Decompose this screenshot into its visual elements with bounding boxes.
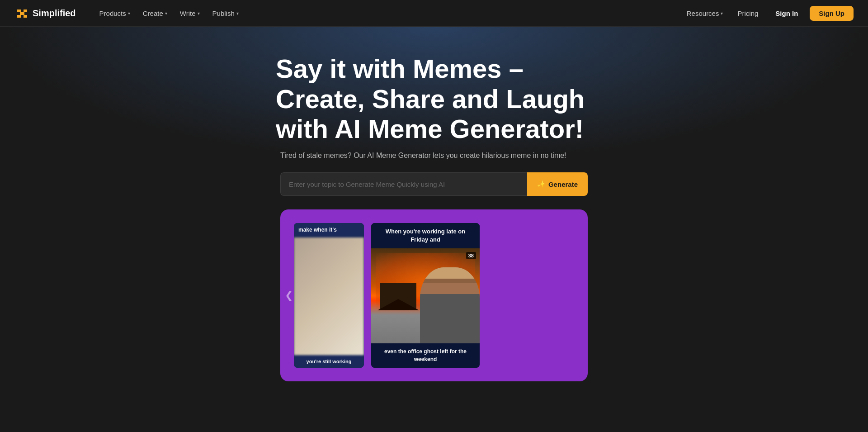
chevron-down-icon: ▾ (198, 11, 200, 16)
house-roof (377, 299, 419, 310)
meme-cards-container: make when it's you're still working When… (294, 223, 480, 368)
meme-input-row: ✨ Generate (280, 172, 588, 196)
meme-card-left: make when it's you're still working (294, 223, 364, 368)
logo[interactable]: Simplified (14, 6, 76, 20)
meme-card-left-header: make when it's (294, 223, 364, 237)
navbar: Simplified Products ▾ Create ▾ Write ▾ P… (0, 0, 868, 27)
prev-arrow-icon[interactable]: ❮ (285, 290, 293, 301)
meme-topic-input[interactable] (280, 172, 527, 196)
nav-right: Resources ▾ Pricing Sign In Sign Up (681, 6, 854, 21)
badge-count: 38 (466, 252, 476, 259)
chevron-down-icon: ▾ (236, 11, 239, 16)
generate-button[interactable]: ✨ Generate (527, 172, 588, 196)
hero-section: Say it with Memes – Create, Share and La… (0, 27, 868, 399)
chevron-down-icon: ▾ (721, 11, 723, 16)
nav-left: Products ▾ Create ▾ Write ▾ Publish ▾ (94, 6, 681, 21)
nav-products[interactable]: Products ▾ (94, 6, 136, 21)
hero-subtitle: Tired of stale memes? Our AI Meme Genera… (280, 152, 588, 160)
meme-image-content: 38 (371, 248, 480, 343)
chevron-down-icon: ▾ (165, 11, 167, 16)
meme-card-right-header: When you're working late on Friday and (371, 223, 480, 248)
simplified-logo-icon (14, 6, 29, 20)
generate-icon: ✨ (537, 180, 546, 188)
hero-container: Say it with Memes – Create, Share and La… (185, 27, 683, 399)
signup-button[interactable]: Sign Up (810, 6, 854, 21)
hero-title: Say it with Memes – Create, Share and La… (276, 54, 592, 144)
meme-preview-wrapper: ❮ make when it's you're still working Wh… (280, 209, 588, 381)
girl-figure (420, 267, 480, 343)
meme-card-right: When you're working late on Friday and (371, 223, 480, 368)
meme-card-right-footer: even the office ghost left for the weeke… (371, 343, 480, 368)
signin-button[interactable]: Sign In (767, 6, 806, 21)
brand-name: Simplified (33, 8, 76, 19)
meme-card-left-image (294, 237, 364, 355)
meme-preview-bg: ❮ make when it's you're still working Wh… (280, 209, 588, 381)
nav-publish[interactable]: Publish ▾ (207, 6, 244, 21)
nav-resources[interactable]: Resources ▾ (681, 6, 729, 21)
nav-create[interactable]: Create ▾ (137, 6, 173, 21)
nav-write[interactable]: Write ▾ (175, 6, 205, 21)
meme-card-right-image: 38 (371, 248, 480, 343)
chevron-down-icon: ▾ (128, 11, 130, 16)
nav-pricing[interactable]: Pricing (732, 6, 764, 21)
meme-card-left-footer: you're still working (294, 355, 364, 368)
generate-label: Generate (548, 180, 578, 188)
